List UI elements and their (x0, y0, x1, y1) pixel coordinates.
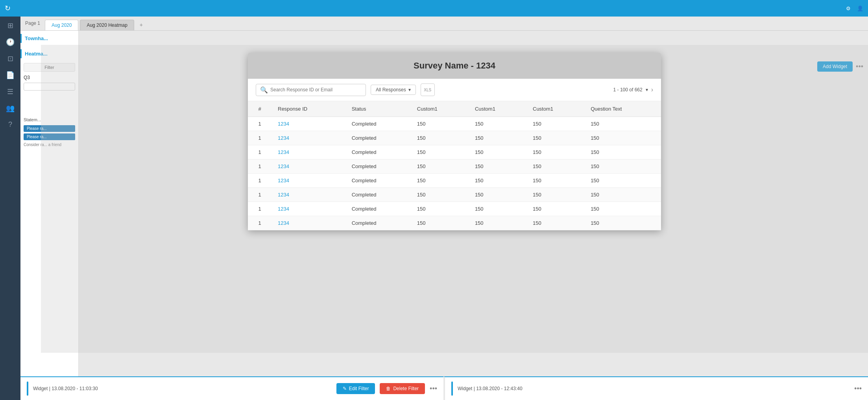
cell-custom1-c: 150 (526, 174, 584, 188)
cell-custom1-a: 150 (411, 131, 469, 145)
cell-status: Completed (345, 216, 411, 230)
page-label: Page 1 (25, 17, 40, 30)
cell-custom1-c: 150 (526, 188, 584, 202)
cell-custom1-a: 150 (411, 145, 469, 159)
modal: Survey Name - 1234 🔍 All Responses ▾ (248, 53, 661, 230)
cell-response-id: 1234 (271, 145, 345, 159)
response-id-link[interactable]: 1234 (278, 192, 289, 198)
response-id-link[interactable]: 1234 (278, 149, 289, 155)
panels-area: Townha... Heatma... Filter Q3 Statem... … (20, 31, 868, 376)
cell-status: Completed (345, 131, 411, 145)
cell-status: Completed (345, 188, 411, 202)
cell-response-id: 1234 (271, 159, 345, 174)
widget-1-more-button[interactable]: ••• (430, 385, 437, 393)
cell-custom1-a: 150 (411, 202, 469, 216)
cell-num: 1 (248, 159, 271, 174)
cell-custom1-a: 150 (411, 188, 469, 202)
content-area: Page 1 Aug 2020 Aug 2020 Heatmap + Townh… (20, 17, 868, 400)
cell-question-text: 150 (584, 117, 661, 131)
xls-label: XLS (424, 88, 431, 92)
response-id-link[interactable]: 1234 (278, 163, 289, 169)
cell-custom1-b: 150 (469, 159, 526, 174)
modal-header: Survey Name - 1234 (248, 53, 661, 79)
table-row: 1 1234 Completed 150 150 150 150 (248, 202, 661, 216)
cell-response-id: 1234 (271, 216, 345, 230)
col-custom1-a: Custom1 (411, 101, 469, 117)
edit-filter-button[interactable]: ✎ Edit Filter (336, 383, 375, 394)
col-num: # (248, 101, 271, 117)
table-header-row: # Response ID Status Custom1 Custom1 Cus… (248, 101, 661, 117)
pagination-text: 1 - 100 of 662 (613, 87, 643, 93)
response-id-link[interactable]: 1234 (278, 206, 289, 212)
bottom-widget-1: Widget | 13.08.2020 - 11:03:30 ✎ Edit Fi… (20, 376, 443, 400)
edit-icon: ✎ (343, 386, 347, 391)
cell-response-id: 1234 (271, 202, 345, 216)
top-bar-left: ↻ (5, 4, 11, 13)
dropdown-label: All Responses (376, 87, 406, 93)
cell-custom1-b: 150 (469, 145, 526, 159)
cell-num: 1 (248, 216, 271, 230)
cell-response-id: 1234 (271, 188, 345, 202)
cell-num: 1 (248, 117, 271, 131)
col-status: Status (345, 101, 411, 117)
tab-add-button[interactable]: + (136, 19, 147, 30)
cell-custom1-a: 150 (411, 117, 469, 131)
cell-status: Completed (345, 202, 411, 216)
tabs-bar: Page 1 Aug 2020 Aug 2020 Heatmap + (20, 17, 868, 31)
search-input[interactable] (270, 87, 362, 93)
cell-custom1-b: 150 (469, 174, 526, 188)
table-row: 1 1234 Completed 150 150 150 150 (248, 131, 661, 145)
sidebar-item-users[interactable]: 👥 (6, 104, 15, 113)
sidebar-item-widgets[interactable]: ⊡ (7, 54, 13, 63)
delete-icon: 🗑 (386, 386, 391, 391)
tab-aug-2020[interactable]: Aug 2020 (45, 20, 78, 30)
response-id-link[interactable]: 1234 (278, 220, 289, 226)
cell-num: 1 (248, 131, 271, 145)
user-icon[interactable]: 👤 (857, 6, 863, 11)
cell-custom1-c: 150 (526, 216, 584, 230)
cell-question-text: 150 (584, 145, 661, 159)
cell-status: Completed (345, 145, 411, 159)
pagination: 1 - 100 of 662 ▾ › (613, 86, 653, 93)
settings-icon[interactable]: ⚙ (846, 6, 851, 11)
widget-2-more-button[interactable]: ••• (854, 385, 862, 393)
sidebar-item-history[interactable]: 🕐 (6, 38, 15, 46)
search-box: 🔍 (256, 84, 366, 96)
delete-filter-button[interactable]: 🗑 Delete Filter (380, 383, 425, 394)
table-row: 1 1234 Completed 150 150 150 150 (248, 216, 661, 230)
cell-custom1-c: 150 (526, 117, 584, 131)
response-id-link[interactable]: 1234 (278, 178, 289, 183)
chevron-down-icon: ▾ (408, 87, 411, 93)
xls-export-button[interactable]: XLS (421, 83, 435, 96)
tab-aug-2020-heatmap[interactable]: Aug 2020 Heatmap (80, 20, 134, 30)
edit-filter-label: Edit Filter (349, 386, 369, 391)
sidebar-item-help[interactable]: ? (8, 120, 12, 129)
pagination-next-button[interactable]: › (651, 86, 653, 93)
cell-custom1-c: 150 (526, 159, 584, 174)
bottom-widget-2: Widget | 13.08.2020 - 12:43:40 ••• (443, 376, 868, 400)
sidebar-item-reports[interactable]: 📄 (6, 71, 15, 80)
widget-2-label: Widget | 13.08.2020 - 12:43:40 (458, 386, 523, 391)
col-custom1-b: Custom1 (469, 101, 526, 117)
cell-response-id: 1234 (271, 117, 345, 131)
cell-custom1-a: 150 (411, 174, 469, 188)
cell-status: Completed (345, 159, 411, 174)
table-row: 1 1234 Completed 150 150 150 150 (248, 174, 661, 188)
bottom-bars: Widget | 13.08.2020 - 11:03:30 ✎ Edit Fi… (20, 376, 868, 400)
sidebar-item-layers[interactable]: ☰ (7, 87, 13, 96)
cell-custom1-b: 150 (469, 188, 526, 202)
widget-indicator-2 (451, 381, 453, 396)
townhall-label: Townha... (25, 35, 48, 41)
cell-num: 1 (248, 145, 271, 159)
responses-dropdown[interactable]: All Responses ▾ (371, 85, 416, 95)
response-id-link[interactable]: 1234 (278, 121, 289, 127)
pagination-dropdown-icon[interactable]: ▾ (646, 87, 648, 93)
top-bar: ↻ ⚙ 👤 (0, 0, 868, 17)
cell-custom1-c: 150 (526, 131, 584, 145)
refresh-icon[interactable]: ↻ (5, 4, 11, 13)
table-row: 1 1234 Completed 150 150 150 150 (248, 117, 661, 131)
cell-num: 1 (248, 202, 271, 216)
table-row: 1 1234 Completed 150 150 150 150 (248, 145, 661, 159)
response-id-link[interactable]: 1234 (278, 135, 289, 141)
sidebar-item-dashboard[interactable]: ⊞ (7, 21, 13, 30)
